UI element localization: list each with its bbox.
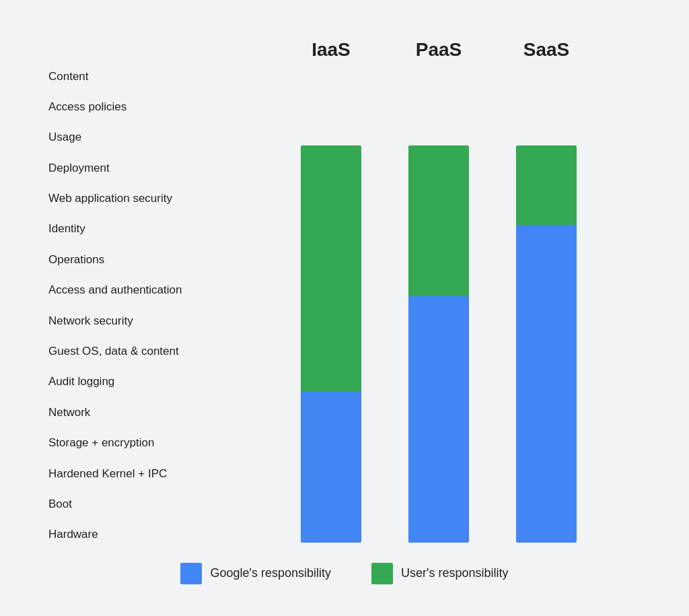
label-usage: Usage xyxy=(48,129,277,145)
bar-saas-blue xyxy=(516,225,577,543)
legend-google: Google's responsibility xyxy=(180,563,331,584)
label-operations: Operations xyxy=(48,252,277,267)
label-network: Network xyxy=(48,405,277,420)
label-web-app-security: Web application security xyxy=(48,191,277,206)
bar-paas-blue xyxy=(408,296,469,543)
label-content: Content xyxy=(48,69,277,84)
label-network-security: Network security xyxy=(48,313,277,329)
col-header-iaas: IaaS xyxy=(277,39,385,61)
legend-user-label: User's responsibility xyxy=(401,566,509,580)
bar-iaas-wrapper xyxy=(301,145,361,543)
bar-saas-wrapper xyxy=(516,145,577,543)
legend: Google's responsibility User's responsib… xyxy=(48,563,641,584)
label-storage-encryption: Storage + encryption xyxy=(48,435,277,450)
bar-iaas xyxy=(277,69,385,543)
col-header-saas: SaaS xyxy=(493,39,600,61)
label-access-auth: Access and authentication xyxy=(48,282,277,298)
col-header-paas: PaaS xyxy=(385,39,493,61)
bars-area xyxy=(277,69,641,543)
bar-saas-green xyxy=(516,145,577,225)
bar-saas xyxy=(493,69,600,543)
chart-container: IaaS PaaS SaaS Content Access policies U… xyxy=(22,19,667,598)
bar-iaas-blue xyxy=(301,392,361,543)
label-audit-logging: Audit logging xyxy=(48,374,277,389)
bar-paas-wrapper xyxy=(408,145,469,543)
labels-column: Content Access policies Usage Deployment… xyxy=(48,69,277,543)
bar-paas xyxy=(385,69,493,543)
bar-iaas-green xyxy=(301,145,361,392)
legend-user-box xyxy=(371,563,393,584)
label-hardware: Hardware xyxy=(48,526,277,542)
label-hardened-kernel: Hardened Kernel + IPC xyxy=(48,466,277,481)
label-access-policies: Access policies xyxy=(48,99,277,114)
label-identity: Identity xyxy=(48,221,277,236)
legend-google-box xyxy=(180,563,202,584)
legend-google-label: Google's responsibility xyxy=(210,566,331,580)
label-guest-os: Guest OS, data & content xyxy=(48,343,277,359)
legend-user: User's responsibility xyxy=(371,563,509,584)
bar-paas-green xyxy=(408,145,469,296)
label-deployment: Deployment xyxy=(48,160,277,176)
label-boot: Boot xyxy=(48,496,277,512)
